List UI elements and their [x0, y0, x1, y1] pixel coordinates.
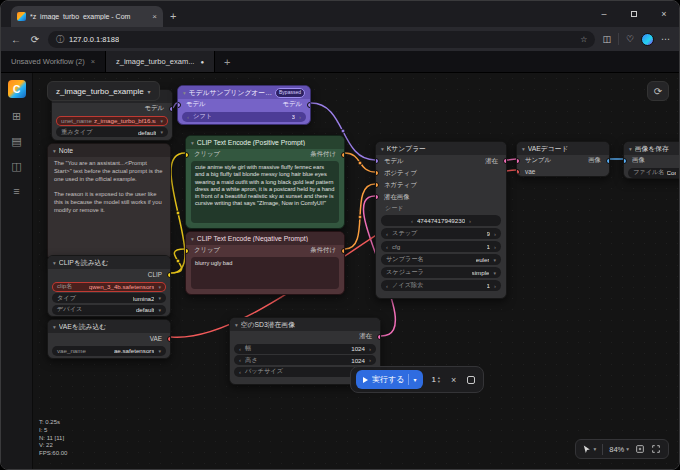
clip-name-widget[interactable]: clip名 qwen_3_4b.safetensors: [52, 282, 166, 292]
fit-view-button[interactable]: [635, 444, 645, 454]
site-info-icon[interactable]: ⓘ: [56, 34, 64, 45]
queue-extra-button[interactable]: [464, 376, 478, 384]
fullscreen-button[interactable]: [651, 444, 661, 454]
collapse-icon[interactable]: ▾: [629, 146, 632, 152]
cfg-widget[interactable]: cfg 1: [381, 241, 501, 252]
node-header[interactable]: ▾ 画像を保存: [624, 142, 680, 155]
batch-count-stepper[interactable]: 1 ▴▾: [428, 375, 443, 384]
note-text[interactable]: The "You are an assistant...<Prompt Star…: [48, 157, 170, 218]
width-widget[interactable]: 幅 1024: [234, 344, 376, 354]
stepper-arrows-icon[interactable]: ▴▾: [438, 376, 440, 384]
split-screen-icon[interactable]: ◫: [602, 34, 611, 44]
scheduler-widget[interactable]: スケジューラ simple: [381, 267, 501, 278]
node-model-sampling-auraflow[interactable]: ▾ モデルサンプリングオーラーフロー Bypassed モデル モデル シフト …: [177, 85, 311, 125]
seed-widget[interactable]: 47447417949230: [381, 215, 501, 226]
prompt-textarea[interactable]: blurry ugly bad: [191, 257, 339, 289]
samples-input-slot[interactable]: [516, 158, 520, 164]
node-vae-decode[interactable]: ▾ VAEデコード サンプル 画像 vae: [516, 141, 610, 177]
node-ksampler[interactable]: ▾ Kサンプラー モデル 潜在 ポジティブ ネガティブ 潜在画像 シード: [375, 141, 507, 299]
conditioning-output-slot[interactable]: [341, 248, 345, 254]
weight-dtype-widget[interactable]: 重みタイプ default: [56, 127, 168, 137]
prompt-textarea[interactable]: cute anime style girl with massive fluff…: [191, 161, 339, 223]
workflow-tab-close-icon[interactable]: ×: [91, 57, 95, 66]
tab-close-icon[interactable]: ×: [152, 12, 157, 21]
clip-type-widget[interactable]: タイプ lumina2: [52, 293, 166, 303]
window-maximize-button[interactable]: [619, 1, 649, 27]
node-header[interactable]: ▾ VAEデコード: [517, 142, 609, 155]
profile-avatar[interactable]: [641, 33, 654, 46]
collapse-icon[interactable]: ▾: [522, 146, 525, 152]
unet-name-widget[interactable]: unet_name z_image_turbo_bf16.sa: [56, 116, 168, 126]
collapse-icon[interactable]: ▾: [53, 148, 56, 154]
node-load-clip[interactable]: ▾ CLIPを読み込む CLIP clip名 qwen_3_4b.safeten…: [47, 255, 171, 317]
comfyui-logo[interactable]: C: [8, 80, 26, 98]
node-header[interactable]: ▾ CLIPを読み込む: [48, 256, 170, 269]
node-note[interactable]: ▾ Note The "You are an assistant...<Prom…: [47, 143, 171, 261]
workflow-tab-unsaved[interactable]: Unsaved Workflow (2) ×: [1, 51, 106, 72]
negative-input-slot[interactable]: [375, 182, 379, 188]
collapse-icon[interactable]: ▾: [53, 260, 56, 266]
workflows-icon[interactable]: ⊞: [12, 110, 21, 123]
node-header[interactable]: ▾ 空のSD3潜在画像: [230, 318, 380, 331]
new-tab-button[interactable]: +: [170, 10, 176, 22]
run-options-caret-icon[interactable]: [413, 375, 416, 384]
collapse-icon[interactable]: ▾: [191, 140, 194, 146]
clip-device-widget[interactable]: デバイス default: [52, 305, 166, 315]
window-close-button[interactable]: ×: [649, 1, 679, 27]
node-header[interactable]: ▾ Note: [48, 144, 170, 157]
node-clip-text-encode-positive[interactable]: ▾ CLIP Text Encode (Positive Prompt) クリッ…: [185, 135, 345, 229]
collapse-icon[interactable]: ▾: [191, 236, 194, 242]
zoom-level-button[interactable]: 84%: [609, 445, 629, 454]
browser-tab[interactable]: *z_image_turbo_example - Com ×: [11, 6, 163, 27]
collapse-icon[interactable]: ▾: [53, 324, 56, 330]
clip-input-slot[interactable]: [185, 152, 189, 158]
sampler-name-widget[interactable]: サンプラー名 euler: [381, 254, 501, 265]
browser-menu-icon[interactable]: ⋯: [661, 34, 670, 44]
canvas-sync-button[interactable]: ⟳: [647, 81, 669, 101]
model-input-slot[interactable]: [375, 158, 379, 164]
collapse-icon[interactable]: ▾: [183, 90, 186, 96]
url-bar[interactable]: ⓘ 127.0.0.1:8188 ☆: [48, 31, 595, 48]
gallery-icon[interactable]: ▤: [11, 135, 21, 148]
node-header[interactable]: ▾ CLIP Text Encode (Positive Prompt): [186, 136, 344, 149]
height-widget[interactable]: 高さ 1024: [234, 355, 376, 365]
node-header[interactable]: ▾ VAEを読み込む: [48, 320, 170, 333]
latent-output-slot[interactable]: [503, 158, 507, 164]
node-load-vae[interactable]: ▾ VAEを読み込む VAE vae_name ae.safetensors: [47, 319, 171, 359]
new-workflow-button[interactable]: +: [215, 51, 239, 72]
clear-queue-button[interactable]: ×: [448, 375, 459, 385]
run-button[interactable]: 実行する: [356, 370, 423, 389]
pointer-tool-button[interactable]: [583, 445, 596, 454]
steps-widget[interactable]: ステップ 9: [381, 228, 501, 239]
latent-input-slot[interactable]: [375, 194, 379, 200]
conditioning-output-slot[interactable]: [341, 152, 345, 158]
filename-prefix-widget[interactable]: ファイル名 Com: [628, 168, 680, 178]
shift-widget[interactable]: シフト 3: [182, 112, 306, 122]
back-icon[interactable]: ←: [10, 34, 22, 45]
node-header[interactable]: ▾ モデルサンプリングオーラーフロー Bypassed: [178, 86, 310, 99]
positive-input-slot[interactable]: [375, 170, 379, 176]
node-clip-text-encode-negative[interactable]: ▾ CLIP Text Encode (Negative Prompt) クリッ…: [185, 231, 345, 295]
node-header[interactable]: ▾ CLIP Text Encode (Negative Prompt): [186, 232, 344, 245]
clip-input-slot[interactable]: [185, 248, 189, 254]
node-header[interactable]: ▾ Kサンプラー: [376, 142, 506, 155]
browser-essentials-icon[interactable]: ♡: [626, 34, 634, 44]
workflow-tab-active[interactable]: z_image_turbo_exam... ●: [106, 51, 215, 72]
model-library-icon[interactable]: ◫: [11, 160, 21, 173]
latent-output-slot[interactable]: [377, 334, 381, 340]
bookmark-star-icon[interactable]: ☆: [580, 35, 587, 44]
denoise-widget[interactable]: ノイズ除去 1: [381, 280, 501, 291]
model-input-slot[interactable]: [177, 102, 181, 108]
vae-output-slot[interactable]: [167, 336, 171, 342]
collapse-icon[interactable]: ▾: [235, 322, 238, 328]
node-save-image[interactable]: ▾ 画像を保存 画像 ファイル名 Com: [623, 141, 680, 179]
vae-name-widget[interactable]: vae_name ae.safetensors: [52, 346, 166, 356]
vae-input-slot[interactable]: [516, 169, 520, 175]
node-canvas[interactable]: ▾ 拡散モデルを読み込む モデル unet_name z_image_turbo…: [1, 73, 680, 470]
model-output-slot[interactable]: [307, 102, 311, 108]
window-minimize-button[interactable]: –: [589, 1, 619, 27]
image-input-slot[interactable]: [623, 158, 627, 164]
image-output-slot[interactable]: [606, 158, 610, 164]
clip-output-slot[interactable]: [167, 272, 171, 278]
collapse-icon[interactable]: ▾: [381, 146, 384, 152]
